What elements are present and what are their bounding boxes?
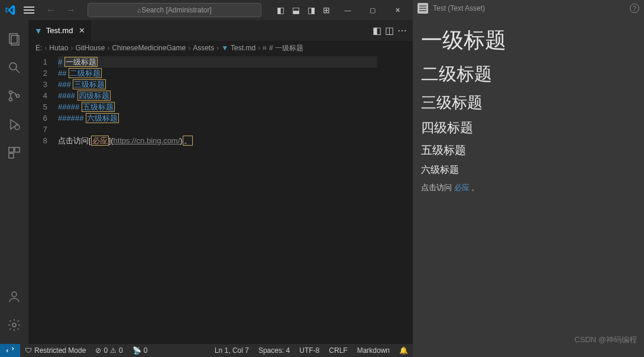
- code-editor[interactable]: 12345678 # 一级标题 ## 二级标题 ### 三级标题 #### 四级…: [28, 55, 413, 344]
- preview-paragraph: 点击访问 必应 。: [421, 182, 636, 193]
- minimize-button[interactable]: —: [337, 0, 358, 20]
- tab-close-icon[interactable]: ✕: [79, 26, 85, 35]
- search-placeholder: Search [Administrator]: [141, 6, 212, 14]
- status-feedback-icon[interactable]: 🔔: [394, 346, 413, 355]
- accounts-icon[interactable]: [0, 282, 28, 311]
- svg-rect-10: [9, 153, 14, 158]
- close-button[interactable]: ✕: [387, 0, 408, 20]
- status-language[interactable]: Markdown: [352, 346, 394, 355]
- extensions-icon[interactable]: [0, 139, 28, 167]
- status-cursor-position[interactable]: Ln 1, Col 7: [210, 346, 254, 355]
- customize-layout-icon[interactable]: ⊞: [319, 3, 334, 17]
- inspector-title: Test (Text Asset): [433, 4, 485, 12]
- title-bar: ← → ⌕ Search [Administrator] ◧ ⬓ ◨ ⊞ — ▢…: [0, 0, 413, 20]
- tab-label: Test.md: [46, 26, 73, 35]
- command-center-search[interactable]: ⌕ Search [Administrator]: [88, 3, 261, 17]
- inspector-header: Test (Text Asset) ?: [413, 0, 644, 17]
- svg-point-11: [12, 292, 17, 297]
- svg-point-7: [15, 125, 20, 130]
- maximize-button[interactable]: ▢: [362, 0, 383, 20]
- status-encoding[interactable]: UTF-8: [295, 346, 324, 355]
- inspector-panel: Test (Text Asset) ? 一级标题 二级标题 三级标题 四级标题 …: [413, 0, 644, 357]
- code-content[interactable]: # 一级标题 ## 二级标题 ### 三级标题 #### 四级标题 ##### …: [58, 55, 413, 344]
- preview-h6: 六级标题: [421, 164, 636, 176]
- breadcrumb-item[interactable]: GitHouse: [75, 44, 105, 52]
- editor-area: ▼ Test.md ✕ ◧ ◫ ⋯ E:› Hutao› GitHouse› C…: [28, 20, 413, 344]
- breadcrumb-item[interactable]: Test.md: [231, 44, 255, 52]
- preview-link[interactable]: 必应: [454, 183, 470, 192]
- toggle-secondary-sidebar-icon[interactable]: ◨: [304, 3, 318, 17]
- line-number-gutter: 12345678: [28, 55, 58, 344]
- svg-point-2: [9, 63, 17, 70]
- svg-line-3: [16, 69, 20, 73]
- svg-rect-9: [15, 147, 20, 152]
- vscode-logo-icon: [5, 5, 15, 15]
- breadcrumb-item[interactable]: Hutao: [49, 44, 68, 52]
- breadcrumb-item[interactable]: Assets: [193, 44, 214, 52]
- toggle-panel-icon[interactable]: ⬓: [289, 3, 303, 17]
- breadcrumb-item[interactable]: # 一级标题: [269, 43, 303, 53]
- svg-point-4: [9, 91, 12, 94]
- breadcrumb[interactable]: E:› Hutao› GitHouse› ChineseMedicineGame…: [28, 41, 413, 55]
- breadcrumb-item[interactable]: E:: [35, 44, 42, 52]
- watermark: CSDN @神码编程: [574, 335, 637, 345]
- status-eol[interactable]: CRLF: [324, 346, 352, 355]
- nav-forward-icon[interactable]: →: [63, 5, 79, 15]
- source-control-icon[interactable]: [0, 82, 28, 110]
- status-problems[interactable]: ⊘ 0 ⚠ 0: [90, 346, 127, 355]
- explorer-icon[interactable]: [0, 25, 28, 53]
- nav-back-icon[interactable]: ←: [43, 5, 59, 15]
- preview-h1: 一级标题: [421, 26, 636, 55]
- svg-point-6: [17, 95, 20, 98]
- status-ports[interactable]: 📡 0: [128, 346, 153, 355]
- preview-h3: 三级标题: [421, 92, 636, 113]
- split-editor-icon[interactable]: ◫: [385, 25, 394, 36]
- status-indentation[interactable]: Spaces: 4: [254, 346, 295, 355]
- editor-actions: ◧ ◫ ⋯: [373, 25, 413, 36]
- help-icon[interactable]: ?: [630, 4, 639, 13]
- preview-h5: 五级标题: [421, 143, 636, 158]
- text-asset-icon: [418, 3, 428, 14]
- breadcrumb-item[interactable]: ChineseMedicineGame: [112, 44, 186, 52]
- status-bar: 🛡 Restricted Mode ⊘ 0 ⚠ 0 📡 0 Ln 1, Col …: [0, 344, 413, 357]
- markdown-preview: 一级标题 二级标题 三级标题 四级标题 五级标题 六级标题 点击访问 必应 。: [413, 17, 644, 357]
- svg-point-5: [9, 98, 12, 101]
- vscode-window: ← → ⌕ Search [Administrator] ◧ ⬓ ◨ ⊞ — ▢…: [0, 0, 413, 357]
- main-area: ▼ Test.md ✕ ◧ ◫ ⋯ E:› Hutao› GitHouse› C…: [0, 20, 413, 344]
- minimap[interactable]: [377, 55, 413, 344]
- markdown-file-icon: ▼: [34, 26, 43, 36]
- preview-h2: 二级标题: [421, 62, 636, 86]
- settings-gear-icon[interactable]: [0, 311, 28, 339]
- preview-h4: 四级标题: [421, 119, 636, 137]
- status-restricted-mode[interactable]: 🛡 Restricted Mode: [20, 346, 90, 355]
- search-icon[interactable]: [0, 53, 28, 82]
- tab-test-md[interactable]: ▼ Test.md ✕: [28, 20, 91, 41]
- open-preview-icon[interactable]: ◧: [373, 25, 381, 36]
- toggle-primary-sidebar-icon[interactable]: ◧: [273, 3, 287, 17]
- activity-bar: [0, 20, 28, 344]
- svg-point-12: [12, 323, 16, 327]
- svg-rect-8: [9, 147, 14, 152]
- menu-icon[interactable]: [24, 9, 34, 11]
- more-actions-icon[interactable]: ⋯: [397, 25, 407, 36]
- search-icon: ⌕: [137, 6, 141, 14]
- tab-bar: ▼ Test.md ✕ ◧ ◫ ⋯: [28, 20, 413, 41]
- run-debug-icon[interactable]: [0, 110, 28, 139]
- remote-indicator[interactable]: [0, 344, 20, 357]
- layout-controls: ◧ ⬓ ◨ ⊞: [273, 3, 334, 17]
